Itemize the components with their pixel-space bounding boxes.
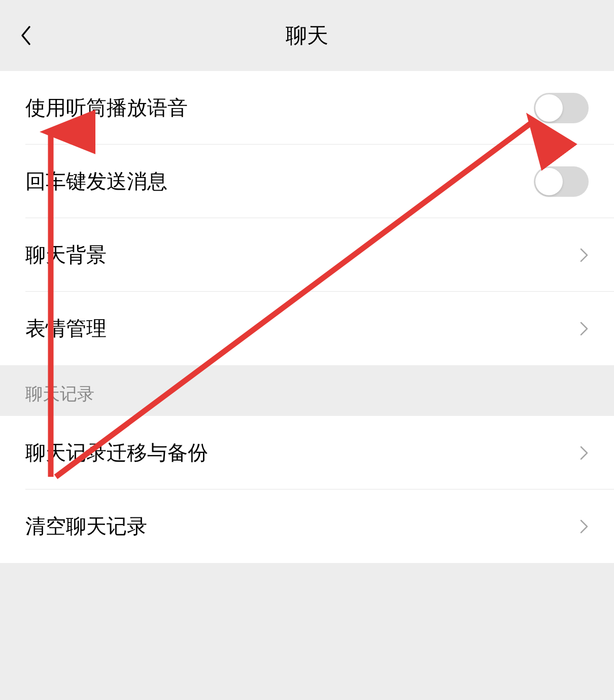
chevron-right-icon bbox=[579, 248, 589, 263]
header-bar: 聊天 bbox=[0, 0, 614, 71]
section-header-chat-history: 聊天记录 bbox=[0, 365, 614, 416]
toggle-knob bbox=[535, 94, 563, 122]
bottom-spacer bbox=[0, 563, 614, 664]
setting-label: 清空聊天记录 bbox=[25, 512, 147, 540]
setting-label: 聊天背景 bbox=[25, 241, 107, 269]
chevron-right-icon bbox=[579, 445, 589, 461]
chevron-left-icon bbox=[19, 25, 31, 46]
toggle-enter-to-send[interactable] bbox=[534, 166, 589, 197]
back-button[interactable] bbox=[15, 25, 36, 46]
setting-clear-history[interactable]: 清空聊天记录 bbox=[0, 489, 614, 563]
chevron-right-icon bbox=[579, 519, 589, 534]
chevron-right-icon bbox=[579, 321, 589, 336]
toggle-knob bbox=[535, 168, 563, 195]
section-title: 聊天记录 bbox=[25, 382, 94, 406]
page-title: 聊天 bbox=[0, 21, 614, 50]
toggle-earpiece-voice[interactable] bbox=[534, 93, 589, 123]
setting-sticker-management[interactable]: 表情管理 bbox=[0, 292, 614, 365]
settings-group-2: 聊天记录迁移与备份 清空聊天记录 bbox=[0, 416, 614, 563]
settings-group-1: 使用听筒播放语音 回车键发送消息 聊天背景 表情管理 bbox=[0, 71, 614, 365]
setting-label: 表情管理 bbox=[25, 314, 107, 342]
setting-enter-to-send[interactable]: 回车键发送消息 bbox=[0, 145, 614, 218]
setting-migrate-backup[interactable]: 聊天记录迁移与备份 bbox=[0, 416, 614, 489]
setting-label: 回车键发送消息 bbox=[25, 167, 167, 195]
setting-label: 使用听筒播放语音 bbox=[25, 94, 188, 122]
setting-label: 聊天记录迁移与备份 bbox=[25, 439, 208, 467]
setting-chat-background[interactable]: 聊天背景 bbox=[0, 218, 614, 292]
setting-earpiece-voice[interactable]: 使用听筒播放语音 bbox=[0, 71, 614, 145]
